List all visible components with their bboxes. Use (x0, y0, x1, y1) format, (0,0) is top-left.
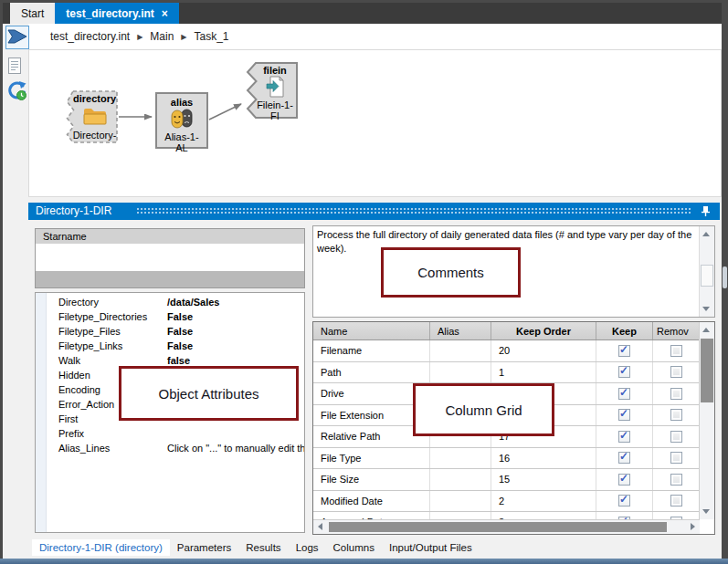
attribute-row[interactable]: Filetype_DirectoriesFalse (47, 311, 304, 326)
scroll-down-icon[interactable] (702, 307, 710, 311)
bottom-tab[interactable]: Results (238, 539, 288, 556)
attribute-value[interactable] (167, 428, 304, 443)
node-alias-type: alias (171, 97, 193, 108)
grid-cell-keep (596, 448, 653, 469)
notes-button[interactable] (7, 57, 22, 77)
attribute-row[interactable]: Filetype_FilesFalse (47, 326, 304, 340)
remove-checkbox[interactable] (670, 409, 682, 421)
breadcrumb-item-file[interactable]: test_directory.int (50, 30, 130, 43)
grid-cell-keep (596, 469, 653, 490)
breadcrumb-item-main[interactable]: Main (150, 30, 174, 43)
breadcrumb-item-task[interactable]: Task_1 (194, 30, 228, 43)
remove-checkbox[interactable] (670, 452, 682, 464)
grid-row[interactable]: File Size15 (313, 469, 700, 491)
run-button[interactable] (5, 26, 29, 49)
scroll-down-icon[interactable] (702, 509, 710, 514)
attribute-name: Filetype_Files (47, 326, 167, 340)
node-directory[interactable]: directory Directory- (64, 90, 118, 143)
keep-checkbox[interactable] (618, 366, 630, 378)
grid-cell-keep-order: 15 (491, 469, 596, 490)
attribute-row[interactable]: Directory/data/Sales (47, 297, 304, 311)
grid-cell-remove (653, 362, 700, 383)
grid-cell-keep (596, 383, 653, 404)
header-keep-order[interactable]: Keep Order (491, 322, 596, 339)
keep-checkbox[interactable] (618, 452, 630, 464)
annotation-object-attributes: Object Attributes (119, 366, 299, 421)
remove-checkbox[interactable] (670, 388, 682, 400)
node-filein[interactable]: filein Filein-1-FI (245, 62, 298, 119)
grid-vertical-scrollbar[interactable] (699, 322, 714, 519)
scroll-up-icon[interactable] (702, 328, 710, 332)
header-keep[interactable]: Keep (596, 322, 653, 339)
grid-row[interactable]: Modified Date2 (313, 491, 700, 513)
attribute-row[interactable]: Prefix (47, 428, 304, 443)
keep-checkbox[interactable] (618, 345, 630, 357)
grid-cell-alias (430, 340, 491, 361)
attribute-name: Prefix (47, 428, 167, 443)
starname-input[interactable] (36, 244, 304, 271)
attribute-value[interactable]: Click on "..." to manually edit the (167, 443, 304, 457)
refresh-button[interactable] (6, 80, 27, 103)
comments-scrollbar[interactable] (699, 226, 714, 317)
grid-row[interactable]: File Type16 (313, 448, 700, 470)
bottom-tab[interactable]: Directory-1-DIR (directory) (32, 539, 170, 556)
grid-horizontal-scrollbar[interactable] (313, 519, 700, 534)
bottom-tab[interactable]: Logs (289, 539, 326, 556)
app-window: Start test_directory.int × test_director… (0, 0, 728, 564)
keep-checkbox[interactable] (618, 388, 630, 400)
bottom-tab[interactable]: Input/Output Files (382, 539, 480, 556)
grid-cell-alias (430, 512, 491, 519)
grid-cell-alias (430, 448, 491, 469)
pin-icon[interactable] (701, 205, 711, 219)
remove-checkbox[interactable] (670, 431, 682, 443)
grid-cell-name: Path (313, 362, 430, 383)
close-icon[interactable]: × (162, 7, 168, 20)
grid-cell-name: Accessed Date (313, 512, 430, 519)
header-remove[interactable]: Remov (653, 322, 700, 339)
attribute-value[interactable]: False (167, 311, 304, 326)
header-alias[interactable]: Alias (430, 322, 491, 339)
attribute-value[interactable]: False (167, 340, 304, 355)
grid-row[interactable]: Path1 (313, 362, 700, 384)
masks-icon (170, 108, 194, 131)
attribute-row-gutter (36, 293, 47, 532)
scrollbar-thumb[interactable] (701, 339, 713, 402)
attribute-row[interactable]: Filetype_LinksFalse (47, 340, 304, 355)
grid-cell-keep-order: 2 (491, 491, 596, 512)
starname-label: Starname (36, 229, 304, 244)
column-grid-header: Name Alias Keep Order Keep Remov (313, 322, 700, 340)
grid-cell-keep (596, 491, 653, 512)
folder-icon (83, 107, 107, 127)
scroll-up-icon[interactable] (702, 232, 710, 236)
scroll-left-icon[interactable] (318, 523, 322, 530)
scroll-right-icon[interactable] (691, 523, 695, 530)
keep-checkbox[interactable] (618, 409, 630, 421)
properties-panel-header[interactable]: Directory-1-DIR (28, 203, 720, 220)
keep-checkbox[interactable] (618, 474, 630, 486)
attribute-value[interactable]: /data/Sales (167, 297, 304, 311)
keep-checkbox[interactable] (618, 495, 630, 507)
grid-row[interactable]: Accessed Date3 (313, 512, 700, 519)
node-alias[interactable]: alias Alias-1-AL (155, 92, 208, 149)
attribute-row[interactable]: Alias_LinesClick on "..." to manually ed… (47, 443, 304, 457)
breadcrumb: test_directory.int ▶ Main ▶ Task_1 (28, 24, 722, 49)
flow-canvas[interactable]: directory Directory- alias (28, 49, 722, 197)
attribute-name: Alias_Lines (47, 443, 167, 457)
tab-test-directory[interactable]: test_directory.int × (55, 3, 178, 24)
keep-checkbox[interactable] (618, 431, 630, 443)
scrollbar-thumb[interactable] (329, 522, 667, 532)
grid-cell-keep-order: 16 (491, 448, 596, 469)
grid-row[interactable]: Filename20 (313, 340, 700, 362)
bottom-tab[interactable]: Parameters (170, 539, 238, 556)
header-name[interactable]: Name (313, 322, 430, 339)
starname-group: Starname (35, 228, 305, 288)
remove-checkbox[interactable] (670, 474, 682, 486)
tab-start[interactable]: Start (10, 3, 55, 24)
remove-checkbox[interactable] (670, 345, 682, 357)
remove-checkbox[interactable] (670, 366, 682, 378)
bottom-tab[interactable]: Columns (326, 539, 382, 556)
scrollbar-thumb[interactable] (701, 265, 713, 287)
grid-cell-keep (596, 405, 653, 426)
remove-checkbox[interactable] (670, 495, 682, 507)
attribute-value[interactable]: False (167, 326, 304, 340)
